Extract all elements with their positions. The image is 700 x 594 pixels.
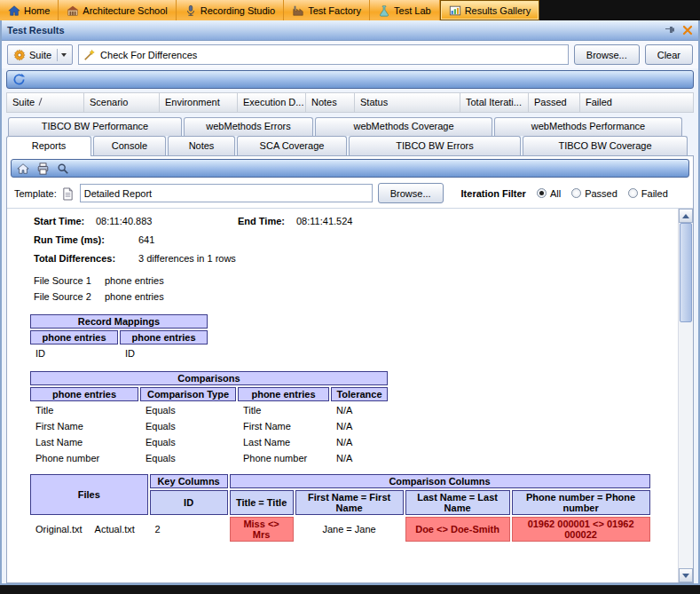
file-1-cell: Original.txt: [30, 517, 88, 542]
nav-filler: [539, 0, 700, 20]
radio-all[interactable]: All: [537, 188, 561, 199]
scroll-down-button[interactable]: [679, 568, 693, 582]
tab-webmethods-errors[interactable]: webMethods Errors: [184, 117, 313, 136]
start-time-value: 08:11:40.883: [96, 216, 238, 226]
column-header-suite[interactable]: Suite: [6, 92, 84, 113]
filter-input-wrap: [78, 44, 569, 65]
report-content: Start Time: 08:11:40.883 End Time: 08:11…: [7, 209, 678, 582]
report-toolbar: [11, 159, 689, 178]
home-icon: [8, 4, 20, 17]
tab-row-front: Reports Console Notes SCA Coverage TIBCO…: [6, 136, 694, 155]
tab-tibco-bw-errors[interactable]: TIBCO BW Errors: [349, 136, 521, 155]
nav-item-results-gallery[interactable]: Results Gallery: [440, 0, 540, 20]
record-mapping-cell: ID: [30, 346, 118, 360]
file-source-1-label: File Source 1: [34, 275, 105, 291]
nav-label: Architecture School: [83, 5, 167, 16]
gallery-icon: [449, 4, 461, 17]
radio-failed[interactable]: Failed: [628, 188, 668, 199]
template-input[interactable]: [80, 184, 373, 202]
button-divider: [57, 49, 58, 61]
comparison-sub-header: Phone number = Phone number: [512, 490, 650, 515]
comparisons-header: phone entries: [238, 387, 329, 401]
clear-button[interactable]: Clear: [645, 44, 693, 65]
tab-tibco-bw-coverage[interactable]: TIBCO BW Coverage: [523, 136, 688, 155]
school-icon: [67, 4, 79, 17]
nav-item-home[interactable]: Home: [0, 0, 59, 20]
browse-button[interactable]: Browse...: [574, 44, 640, 65]
radio-failed-dot: [628, 188, 638, 198]
suite-button[interactable]: Suite: [7, 44, 73, 65]
total-differences-value: 3 differences in 1 rows: [138, 253, 236, 264]
scrollbar-thumb[interactable]: [680, 223, 692, 322]
radio-passed[interactable]: Passed: [571, 188, 617, 199]
suite-toolbar: Suite Browse... Clear: [2, 41, 698, 68]
sort-indicator: [39, 98, 43, 106]
top-navigation: Home Architecture School Recording Studi…: [0, 0, 700, 20]
tab-sca-coverage[interactable]: SCA Coverage: [237, 136, 347, 155]
results-grid-header: Suite Scenario Environment Execution D..…: [6, 92, 694, 113]
file-source-2-value: phone entries: [105, 291, 164, 307]
report-content-wrap: Start Time: 08:11:40.883 End Time: 08:11…: [7, 208, 693, 582]
tab-webmethods-coverage[interactable]: webMethods Coverage: [315, 117, 492, 136]
scroll-up-button[interactable]: [679, 209, 693, 223]
comparison-row: First Name Equals First Name N/A: [30, 419, 388, 433]
scrollbar-track[interactable]: [679, 223, 693, 568]
search-icon[interactable]: [56, 162, 70, 176]
column-header-total-iterations[interactable]: Total Iterati...: [460, 92, 529, 113]
diff-cell: Doe <> Doe-Smith: [405, 517, 510, 542]
column-header-environment[interactable]: Environment: [160, 92, 238, 113]
vertical-scrollbar[interactable]: [678, 209, 693, 582]
summary-row-differences: Total Differences: 3 differences in 1 ro…: [27, 253, 674, 272]
refresh-icon[interactable]: [12, 72, 27, 87]
nav-label: Results Gallery: [465, 5, 531, 16]
template-browse-button[interactable]: Browse...: [378, 183, 444, 203]
difference-row: Original.txt Actual.txt 2 Miss <> Mrs Ja…: [30, 517, 650, 542]
summary-row-runtime: Run Time (ms): 641: [27, 234, 674, 253]
file-source-2-label: File Source 2: [34, 291, 105, 307]
file-source-2-row: File Source 2 phone entries: [27, 291, 674, 307]
column-header-passed[interactable]: Passed: [529, 92, 580, 113]
tab-webmethods-performance[interactable]: webMethods Performance: [494, 117, 682, 136]
nav-item-test-factory[interactable]: Test Factory: [284, 0, 370, 20]
nav-item-recording-studio[interactable]: Recording Studio: [177, 0, 284, 20]
nav-label: Home: [24, 5, 50, 16]
record-mapping-cell: ID: [120, 346, 208, 360]
comparison-row: Title Equals Title N/A: [30, 403, 388, 417]
end-time-label: End Time:: [238, 216, 296, 226]
pin-icon[interactable]: [665, 25, 675, 36]
nav-label: Recording Studio: [201, 5, 275, 16]
column-header-status[interactable]: Status: [355, 92, 460, 113]
start-time-label: Start Time:: [34, 216, 96, 226]
end-time-value: 08:11:41.524: [296, 216, 352, 226]
tab-notes[interactable]: Notes: [168, 136, 235, 155]
nav-label: Test Factory: [308, 5, 361, 16]
comparisons-header: phone entries: [30, 387, 138, 401]
record-mappings-header: phone entries: [120, 330, 208, 345]
home-icon[interactable]: [16, 162, 30, 176]
tab-reports[interactable]: Reports: [6, 136, 91, 156]
tab-console[interactable]: Console: [93, 136, 166, 155]
suite-button-label: Suite: [29, 50, 51, 60]
match-cell: Jane = Jane: [295, 517, 404, 542]
print-icon[interactable]: [35, 162, 51, 176]
close-icon[interactable]: [682, 25, 693, 36]
radio-failed-label: Failed: [641, 188, 668, 199]
comparisons-table: Comparisons phone entries Comparison Typ…: [28, 369, 389, 467]
total-differences-label: Total Differences:: [34, 253, 138, 264]
column-header-execution-date[interactable]: Execution D...: [238, 92, 306, 113]
bottom-bar: [0, 583, 700, 594]
column-header-scenario[interactable]: Scenario: [84, 92, 160, 113]
column-header-failed[interactable]: Failed: [580, 92, 694, 113]
nav-items: Home Architecture School Recording Studi…: [0, 0, 539, 20]
application-window: Home Architecture School Recording Studi…: [0, 0, 700, 594]
filter-input[interactable]: [100, 50, 563, 60]
nav-label: Test Lab: [394, 5, 431, 16]
nav-item-architecture-school[interactable]: Architecture School: [59, 0, 176, 20]
arrow-down-icon: [682, 574, 689, 578]
test-results-window: Test Results Suite Browse... Clear: [0, 20, 700, 583]
column-header-notes[interactable]: Notes: [306, 92, 355, 113]
comparisons-header: Comparison Type: [140, 387, 236, 401]
nav-item-test-lab[interactable]: Test Lab: [370, 0, 440, 20]
tab-tibco-bw-performance[interactable]: TIBCO BW Performance: [8, 117, 182, 136]
tab-row-back: TIBCO BW Performance webMethods Errors w…: [6, 117, 694, 136]
